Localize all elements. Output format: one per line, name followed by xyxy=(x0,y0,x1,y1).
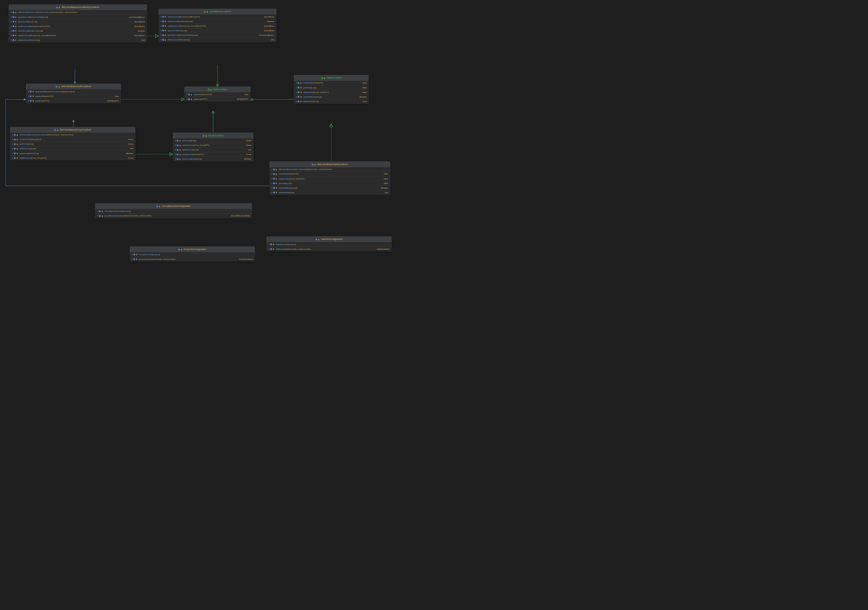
class-member[interactable]: ≡●🔒WebClientBasedAuthCrudActor(WebTestCl… xyxy=(26,89,121,94)
lock-icon: 🔒 xyxy=(101,215,103,217)
class-member[interactable]: ≡●🔒getsAllJournalEntriesForHabit(Long)Li… xyxy=(9,15,147,19)
return-type: Boolean xyxy=(357,96,366,98)
uml-class-habitConfig[interactable]: C🔒HabitTestConfiguration≡●🔒HabitTestConf… xyxy=(266,236,392,251)
class-member[interactable]: ≡●🔒HabitTestConfiguration() xyxy=(267,242,392,247)
method-icon: ≡ xyxy=(175,154,176,155)
class-member[interactable]: ≡●🔒deletesJournalEntry(Long)Unit xyxy=(9,38,147,42)
class-member[interactable]: ≡●🔒deletesGroup(Long)Unit xyxy=(173,147,253,152)
class-member[interactable]: ≡●🔒getsHabit(Long)Habit xyxy=(294,85,368,90)
uml-class-authActor[interactable]: I🔒AuthCrudActor≡●🔒register(RegisterDTO)U… xyxy=(184,87,251,101)
class-title: I🔒AuthCrudActor xyxy=(184,87,250,92)
class-icon-small: ● xyxy=(133,253,135,256)
return-type: JwtTokenDTO xyxy=(234,98,249,100)
return-type: User xyxy=(112,95,119,97)
class-member[interactable]: ≡●🔒deletesHabit(Long)Unit xyxy=(294,99,368,104)
member-params: Long xyxy=(312,87,316,88)
class-member[interactable]: ≡●🔒WebClientBasedHabitCrudActor(WebTestC… xyxy=(270,167,390,172)
class-member[interactable]: ≡●🔒getsAllJournalEntriesForHabit(Long)Li… xyxy=(158,33,276,37)
class-member[interactable]: ≡●🔒getsHabit(Long)Habit xyxy=(270,181,390,186)
class-member[interactable]: ≡●🔒createsHabit(HabitDTO)Habit xyxy=(294,81,368,85)
uml-class-groupConfig[interactable]: C🔒GroupTestConfiguration≡●🔒GroupTestConf… xyxy=(130,246,255,261)
class-member[interactable]: ≡●🔒seesJournalEntryExists(Long)Boolean xyxy=(158,19,276,23)
class-icon-small: ● xyxy=(14,152,16,154)
method-icon: ≡ xyxy=(11,39,12,41)
class-member[interactable]: ≡●🔒habitActor(HabitController, AuthContr… xyxy=(267,247,392,251)
class-member[interactable]: ≡●🔒groupActor(GroupController, AuthContr… xyxy=(130,257,255,261)
class-member[interactable]: ≡●🔒updatesGroup(Long, GroupDTO)Group xyxy=(10,155,135,160)
class-icon-small: ● xyxy=(133,258,135,260)
uml-class-wcHabit[interactable]: C🔒WebClientBasedHabitCrudActor≡●🔒WebClie… xyxy=(270,161,390,195)
class-member[interactable]: ≡●🔒JournalEntryTestConfiguration() xyxy=(95,209,252,214)
uml-class-journalActor[interactable]: I🔒JournalEntryCrudActor≡●🔒createsJournal… xyxy=(158,9,277,42)
return-type: Habit xyxy=(381,178,388,180)
class-member[interactable]: ≡●🔒updatesHabit(Long, HabitDTO)Habit xyxy=(270,176,390,181)
return-type: Unit xyxy=(127,147,133,150)
class-member[interactable]: ≡●🔒WebClientBasedGroupCrudActor(WebTestC… xyxy=(10,133,135,137)
class-member[interactable]: ≡●🔒updatesHabit(Long, HabitDTO)Habit xyxy=(294,90,368,95)
class-icon-small: ● xyxy=(177,158,179,160)
class-member[interactable]: ≡●🔒getsJournalEntry(Long)JournalEntry xyxy=(9,19,147,24)
class-member[interactable]: ≡●🔒deletesHabit(Long)Unit xyxy=(270,190,390,195)
uml-class-journalConfig[interactable]: C🔒JournalEntryTestConfiguration≡●🔒Journa… xyxy=(95,203,252,218)
class-member[interactable]: ≡●🔒getsGroup(Long)Group xyxy=(173,138,253,143)
class-member[interactable]: ≡●🔒updatesGroup(Long, GroupDTO)Group xyxy=(173,143,253,147)
class-member[interactable]: ≡●🔒seesGroupExists(Long)Boolean xyxy=(173,157,253,161)
lock-icon: 🔒 xyxy=(273,243,274,245)
class-name-label: HabitTestConfiguration xyxy=(321,238,343,240)
uml-class-wcAuth[interactable]: C🔒WebClientBasedAuthCrudActor≡●🔒WebClien… xyxy=(26,84,121,103)
class-member[interactable]: ≡●🔒getsJournalEntry(Long)JournalEntry xyxy=(158,28,276,33)
class-member[interactable]: ≡●🔒login(LoginDTO)JwtTokenDTO xyxy=(184,97,250,101)
class-icon-small: ● xyxy=(188,98,190,100)
class-member[interactable]: ≡●🔒seesHabitExists(Long)Boolean xyxy=(294,95,368,99)
uml-class-wcJournal[interactable]: C🔒WebClientBasedJournalEntryCrudActor≡●🔒… xyxy=(9,4,147,42)
class-member[interactable]: ≡●🔒getsGroup(Long)Group xyxy=(10,142,135,146)
lock-icon: 🔒 xyxy=(314,163,316,166)
class-member[interactable]: ≡●🔒seesGroupExists(Long)Boolean xyxy=(10,151,135,155)
return-type: Boolean xyxy=(242,158,251,160)
uml-class-wcGroup[interactable]: C🔒WebClientBasedGroupCrudActor≡●🔒WebClie… xyxy=(10,127,135,160)
class-member[interactable]: ≡●🔒createsGroup(GroupDTO)Group xyxy=(10,137,135,142)
class-member[interactable]: ≡●🔒createsHabit(HabitDTO)Habit xyxy=(270,172,390,176)
class-member[interactable]: ≡●🔒updatesJournalEntry(Long, JournalEntr… xyxy=(158,23,276,28)
class-member[interactable]: ≡●🔒createsJournalEntry(JournalEntryDTO)J… xyxy=(158,14,276,19)
class-icon-small: ● xyxy=(29,100,32,102)
class-member[interactable]: ≡●🔒journalEntryActor(JournalEntryControl… xyxy=(95,214,252,218)
lock-icon: 🔒 xyxy=(276,173,277,175)
return-type: Boolean xyxy=(135,29,145,32)
class-member[interactable]: ≡●🔒register(RegisterDTO)User xyxy=(26,94,121,98)
method-icon: ≡ xyxy=(271,187,273,189)
class-icon-small: ● xyxy=(14,143,16,145)
method-icon: ≡ xyxy=(296,100,297,102)
class-member[interactable]: ≡●🔒seesJournalEntryExists(Long)Boolean xyxy=(9,28,147,33)
class-member[interactable]: ≡●🔒deletesJournalEntry(Long)Unit xyxy=(158,37,276,42)
class-icon-small: ● xyxy=(298,87,300,88)
class-member[interactable]: ≡●🔒createsGroup(GroupDTO)Group xyxy=(173,152,253,157)
lock-icon: 🔒 xyxy=(179,158,181,160)
uml-class-groupActor[interactable]: I🔒GroupCrudActor≡●🔒getsGroup(Long)Group≡… xyxy=(173,133,254,161)
member-name: register xyxy=(194,93,200,96)
paren-close: ) xyxy=(192,20,193,22)
class-title: C🔒GroupTestConfiguration xyxy=(130,247,255,252)
class-icon-small: ● xyxy=(188,93,190,96)
method-icon: ≡ xyxy=(175,144,176,146)
member-params: Long xyxy=(31,147,36,150)
class-member[interactable]: ≡●🔒updatesJournalEntry(Long, JournalEntr… xyxy=(9,33,147,37)
class-member[interactable]: ≡●🔒GroupTestConfiguration() xyxy=(130,252,255,257)
class-member[interactable]: ≡●🔒login(LoginDTO)JwtTokenDTO xyxy=(26,99,121,103)
class-member[interactable]: ≡●🔒seesHabitExists(Long)Boolean xyxy=(270,186,390,190)
class-name-label: JournalEntryTestConfiguration xyxy=(162,205,191,207)
class-member[interactable]: ≡●🔒register(RegisterDTO)User xyxy=(184,92,250,97)
member-params: JournalEntryController, AuthController xyxy=(119,215,151,217)
class-icon-small: ● xyxy=(177,140,179,142)
member-name: getsJournalEntry xyxy=(168,29,182,31)
lock-icon: 🔒 xyxy=(164,25,167,27)
member-params: Long xyxy=(192,140,196,141)
class-member[interactable]: ≡●🔒createsJournalEntry(JournalEntryDTO)J… xyxy=(9,24,147,28)
class-member[interactable]: ≡●🔒deletesGroup(Long)Unit xyxy=(10,146,135,151)
uml-class-habitActor[interactable]: I🔒HabitCrudActor≡●🔒createsHabit(HabitDTO… xyxy=(294,75,369,104)
return-type: Group xyxy=(243,144,251,146)
class-title: C🔒WebClientBasedGroupCrudActor xyxy=(10,127,135,132)
class-member[interactable]: ≡●🔒WebClientBasedJournalEntryCrudActor(W… xyxy=(9,10,147,15)
member-params: Long, JournalEntryDTO xyxy=(185,25,205,27)
paren-close: ) xyxy=(304,178,304,180)
